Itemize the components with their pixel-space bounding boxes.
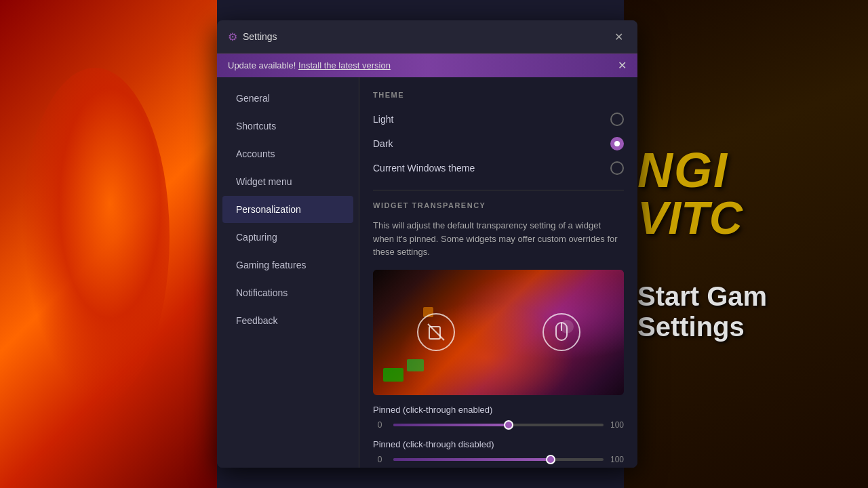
game-subtitle-line2: Settings: [637, 312, 854, 342]
slider1-max: 100: [610, 420, 624, 430]
svg-rect-0: [429, 327, 440, 339]
theme-light-option[interactable]: Light: [373, 108, 624, 130]
sidebar-item-capturing[interactable]: Capturing: [222, 224, 353, 251]
theme-windows-option[interactable]: Current Windows theme: [373, 157, 624, 179]
theme-windows-radio[interactable]: [610, 161, 624, 175]
character-decoration: [20, 68, 170, 407]
window-close-button[interactable]: ✕: [610, 28, 627, 45]
sidebar-item-gaming-features[interactable]: Gaming features: [222, 251, 353, 279]
theme-light-radio[interactable]: [610, 113, 624, 126]
slider1-fill: [393, 424, 509, 426]
theme-windows-label: Current Windows theme: [373, 163, 475, 174]
sidebar-item-personalization[interactable]: Personalization: [222, 196, 353, 223]
theme-light-label: Light: [373, 114, 393, 125]
slider1-row: 0 100: [373, 420, 624, 430]
slider2-row: 0 100: [373, 455, 624, 464]
slider1-label: Pinned (click-through enabled): [373, 405, 624, 415]
widget-transparency-desc: This will adjust the default transparenc…: [373, 219, 624, 259]
sidebar-item-feedback[interactable]: Feedback: [222, 307, 353, 334]
slider2-label: Pinned (click-through disabled): [373, 439, 624, 449]
preview-icons-container: [373, 270, 624, 395]
sidebar-item-notifications[interactable]: Notifications: [222, 279, 353, 306]
slider2-track[interactable]: [393, 458, 604, 461]
preview-icon-2: [542, 313, 580, 351]
game-preview-image: [373, 270, 624, 395]
title-bar: ⚙ Settings ✕: [217, 20, 637, 54]
main-panel: THEME Light Dark Current Windows theme W…: [359, 77, 637, 468]
sidebar-item-shortcuts[interactable]: Shortcuts: [222, 113, 353, 140]
game-subtitle-line1: Start Gam: [637, 281, 854, 312]
settings-icon: ⚙: [228, 30, 237, 43]
sidebar-item-accounts[interactable]: Accounts: [222, 140, 353, 167]
theme-dark-label: Dark: [373, 138, 393, 149]
update-link[interactable]: Install the latest version: [298, 60, 391, 70]
slider1-min: 0: [373, 420, 387, 430]
update-close-button[interactable]: ✕: [618, 59, 627, 72]
window-title: Settings: [243, 31, 610, 42]
settings-window: ⚙ Settings ✕ Update available! Install t…: [217, 20, 637, 468]
update-banner: Update available! Install the latest ver…: [217, 54, 637, 77]
widget-transparency-label: WIDGET TRANSPARENCY: [373, 201, 624, 209]
slider2-min: 0: [373, 455, 387, 464]
preview-icon-1: [417, 313, 455, 351]
theme-section-label: THEME: [373, 91, 624, 99]
sidebar-item-widget-menu[interactable]: Widget menu: [222, 168, 353, 195]
theme-dark-option[interactable]: Dark: [373, 133, 624, 155]
slider2-max: 100: [610, 455, 624, 464]
slider1-track[interactable]: [393, 424, 604, 426]
theme-dark-radio[interactable]: [610, 137, 624, 150]
slider1-thumb[interactable]: [504, 420, 513, 430]
slider2-fill: [393, 458, 551, 461]
right-decorative-text: NGI VITC Start Gam Settings: [624, 0, 868, 488]
update-text: Update available! Install the latest ver…: [228, 60, 611, 70]
game-title-line2: VITC: [637, 195, 854, 241]
background-left: [0, 0, 217, 488]
game-title-line1: NGI: [637, 146, 854, 195]
slider2-thumb[interactable]: [546, 455, 555, 464]
update-prefix: Update available!: [228, 60, 298, 70]
section-divider: [373, 190, 624, 190]
sidebar-item-general[interactable]: General: [222, 85, 353, 112]
sidebar: GeneralShortcutsAccountsWidget menuPerso…: [217, 77, 359, 468]
content-area: GeneralShortcutsAccountsWidget menuPerso…: [217, 77, 637, 468]
